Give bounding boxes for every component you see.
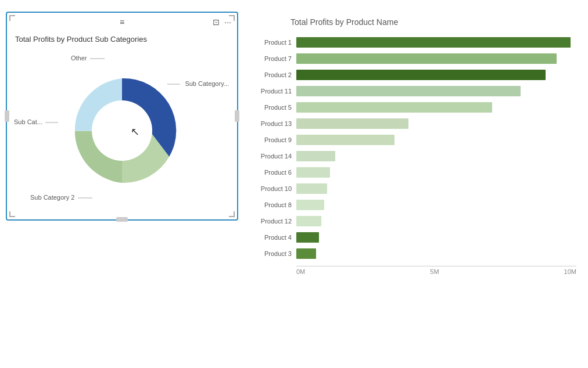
bar-fill[interactable]	[296, 37, 571, 48]
bar-track	[296, 216, 576, 226]
bar-label: Product 11	[256, 88, 296, 95]
bar-fill[interactable]	[296, 102, 492, 113]
bar-track	[296, 232, 576, 243]
label-subcategory2: Sub Category 2	[30, 192, 95, 204]
donut-panel: ≡ ⊡ ··· Total Profits by Product Sub Cat…	[6, 12, 238, 221]
main-container: ≡ ⊡ ··· Total Profits by Product Sub Cat…	[0, 0, 588, 368]
bar-label: Product 9	[256, 136, 296, 143]
bar-row: Product 10	[256, 181, 576, 196]
bar-fill[interactable]	[296, 151, 335, 161]
bar-fill[interactable]	[296, 70, 546, 80]
bar-track	[296, 248, 576, 259]
bar-fill[interactable]	[296, 248, 316, 259]
bar-row: Product 12	[256, 214, 576, 229]
bar-row: Product 11	[256, 84, 576, 99]
axis-label-0m: 0M	[296, 268, 305, 275]
panel-icons: ≡	[120, 17, 124, 27]
bar-row: Product 8	[256, 197, 576, 212]
bar-track	[296, 70, 576, 80]
bar-track	[296, 102, 576, 113]
bar-label: Product 1	[256, 39, 296, 46]
bar-fill[interactable]	[296, 232, 319, 243]
bar-chart-axis: 0M 5M 10M	[256, 266, 576, 275]
handle-bottom[interactable]	[116, 217, 128, 222]
bar-fill[interactable]	[296, 118, 408, 129]
label-subcategory1: Sub Category...	[167, 78, 229, 90]
bar-label: Product 14	[256, 153, 296, 160]
bar-row: Product 6	[256, 165, 576, 180]
bar-label: Product 8	[256, 201, 296, 208]
corner-br	[229, 211, 235, 217]
bar-label: Product 6	[256, 169, 296, 176]
bar-label: Product 7	[256, 55, 296, 62]
bar-track	[296, 37, 576, 48]
handle-left[interactable]	[5, 110, 9, 122]
panel-top-right: ⊡ ···	[213, 17, 231, 27]
bar-fill[interactable]	[296, 167, 330, 178]
bar-chart-panel: Total Profits by Product Name Product 1P…	[256, 12, 582, 281]
label-subcat: Sub Cat...	[14, 117, 60, 128]
bar-row: Product 4	[256, 230, 576, 245]
bar-track	[296, 151, 576, 161]
bar-fill[interactable]	[296, 216, 321, 226]
bar-track	[296, 167, 576, 178]
bar-row: Product 13	[256, 116, 576, 131]
donut-chart-area: ↖ Other Sub Category...	[13, 49, 231, 212]
menu-icon[interactable]: ≡	[120, 17, 124, 27]
bar-row: Product 2	[256, 67, 576, 82]
bar-track	[296, 118, 576, 129]
handle-right[interactable]	[235, 110, 239, 122]
axis-label-10m: 10M	[564, 268, 576, 275]
bar-label: Product 3	[256, 250, 296, 257]
axis-labels: 0M 5M 10M	[296, 266, 576, 275]
label-other: Other	[71, 53, 107, 64]
corner-tl	[9, 15, 15, 21]
bar-label: Product 4	[256, 234, 296, 241]
donut-labels: Other Sub Category... Sub Cat...	[13, 49, 231, 212]
expand-icon[interactable]: ⊡	[213, 17, 220, 27]
bar-fill[interactable]	[296, 53, 557, 64]
bar-fill[interactable]	[296, 200, 324, 210]
bar-row: Product 3	[256, 246, 576, 261]
bar-label: Product 10	[256, 185, 296, 192]
corner-bl	[9, 211, 15, 217]
bar-label: Product 12	[256, 218, 296, 225]
bar-chart-title: Total Profits by Product Name	[256, 17, 576, 27]
bar-track	[296, 200, 576, 210]
bar-track	[296, 53, 576, 64]
bar-row: Product 9	[256, 132, 576, 147]
bar-row: Product 1	[256, 35, 576, 50]
bar-row: Product 5	[256, 100, 576, 115]
donut-title: Total Profits by Product Sub Categories	[13, 35, 231, 44]
bar-fill[interactable]	[296, 135, 395, 145]
bar-track	[296, 135, 576, 145]
bar-label: Product 2	[256, 71, 296, 78]
bar-row: Product 14	[256, 149, 576, 164]
bar-label: Product 13	[256, 120, 296, 127]
bar-track	[296, 86, 576, 96]
bar-label: Product 5	[256, 104, 296, 111]
axis-line	[296, 266, 576, 266]
bar-fill[interactable]	[296, 86, 521, 96]
bar-track	[296, 183, 576, 194]
bar-fill[interactable]	[296, 183, 327, 194]
bar-chart-body: Product 1Product 7Product 2Product 11Pro…	[256, 35, 576, 262]
more-icon[interactable]: ···	[224, 17, 231, 27]
bar-row: Product 7	[256, 51, 576, 66]
axis-label-5m: 5M	[430, 268, 439, 275]
